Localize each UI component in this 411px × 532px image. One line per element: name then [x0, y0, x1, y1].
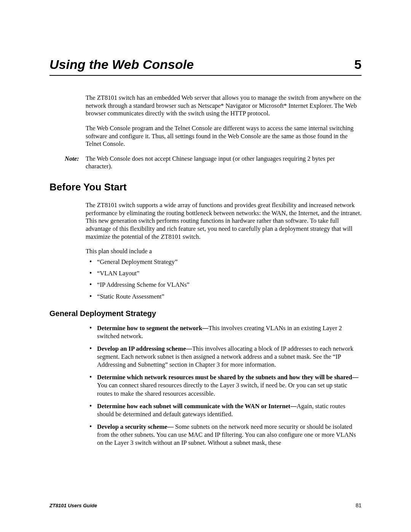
intro-block: The ZT8101 switch has an embedded Web se… — [86, 94, 362, 148]
item-bold: Develop a security scheme— — [97, 423, 174, 430]
list-item: “Static Route Assessment” — [95, 292, 362, 301]
note-block: Note: The Web Console does not accept Ch… — [65, 155, 362, 171]
item-bold: Determine how to segment the network— — [97, 324, 209, 332]
list-item: “VLAN Layout” — [95, 269, 362, 278]
before-you-start-p2: This plan should include a — [86, 248, 362, 256]
item-bold: Determine which network resources must b… — [97, 374, 358, 381]
footer-page-number: 81 — [355, 502, 362, 508]
note-text: The Web Console does not accept Chinese … — [86, 155, 362, 171]
content-area: Using the Web Console 5 The ZT8101 switc… — [49, 57, 362, 451]
document-page: Using the Web Console 5 The ZT8101 switc… — [0, 0, 411, 532]
list-item: Develop a security scheme— Some subnets … — [95, 423, 362, 447]
before-you-start-p1: The ZT8101 switch supports a wide array … — [86, 201, 362, 241]
chapter-number: 5 — [354, 57, 362, 72]
item-bold: Determine how each subnet will communica… — [97, 403, 297, 410]
item-bold: Develop an IP addressing scheme— — [97, 345, 192, 352]
section-heading-before-you-start: Before You Start — [49, 181, 362, 193]
list-item: Determine which network resources must b… — [95, 373, 362, 397]
strategy-block: Determine how to segment the network—Thi… — [86, 324, 362, 447]
intro-paragraph-2: The Web Console program and the Telnet C… — [86, 125, 362, 148]
subsection-heading-general-deployment: General Deployment Strategy — [49, 309, 362, 318]
before-you-start-block: The ZT8101 switch supports a wide array … — [86, 201, 362, 301]
item-text: You can connect shared resources directl… — [97, 382, 347, 397]
intro-paragraph-1: The ZT8101 switch has an embedded Web se… — [86, 94, 362, 118]
chapter-header: Using the Web Console 5 — [49, 57, 362, 76]
list-item: “IP Addressing Scheme for VLANs” — [95, 281, 362, 289]
chapter-title: Using the Web Console — [49, 57, 194, 72]
note-label: Note: — [65, 155, 86, 171]
footer-guide-title: ZT8101 Users Guide — [49, 503, 97, 508]
page-footer: ZT8101 Users Guide 81 — [49, 502, 362, 508]
strategy-list: Determine how to segment the network—Thi… — [86, 324, 362, 447]
plan-bullet-list: “General Deployment Strategy” “VLAN Layo… — [86, 258, 362, 301]
list-item: Determine how each subnet will communica… — [95, 402, 362, 418]
list-item: “General Deployment Strategy” — [95, 258, 362, 266]
list-item: Develop an IP addressing scheme—This inv… — [95, 345, 362, 369]
list-item: Determine how to segment the network—Thi… — [95, 324, 362, 340]
